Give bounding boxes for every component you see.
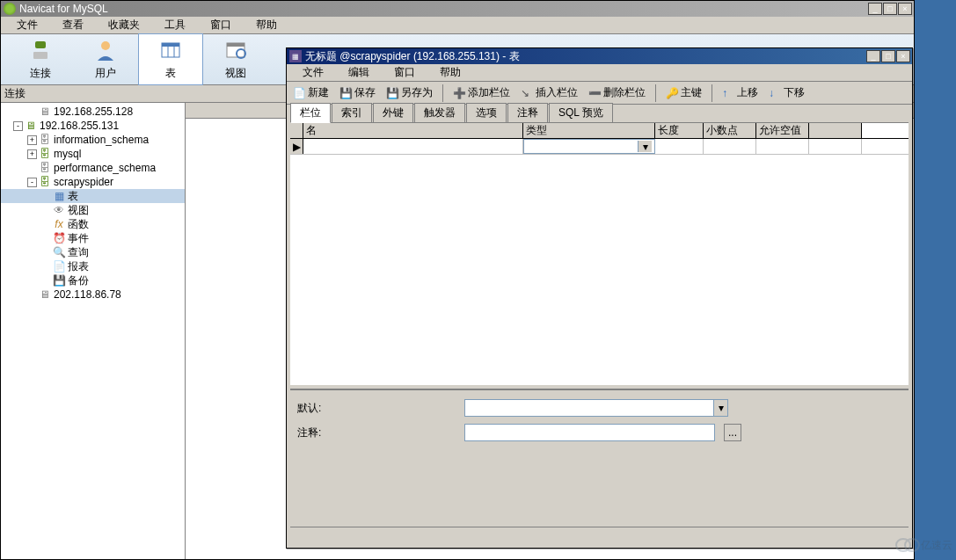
menu-窗口[interactable]: 窗口 [198, 16, 244, 34]
tree-node-mysql[interactable]: +🗄mysql [1, 147, 185, 161]
tree-node-报表[interactable]: 📄报表 [1, 259, 185, 273]
comment-ellipsis-button[interactable]: ... [724, 424, 741, 441]
down-icon: ↓ [769, 87, 781, 99]
main-menubar: 文件查看收藏夹工具窗口帮助 [1, 17, 914, 34]
saveas-icon: 💾 [386, 87, 398, 99]
backup-icon: 💾 [53, 274, 65, 287]
addcol-icon: ➕ [453, 87, 465, 99]
user-icon [93, 38, 118, 62]
tree-node-192.168.255.128[interactable]: 🖥192.168.255.128 [1, 105, 185, 119]
col-header-允许空值[interactable]: 允许空值 [756, 123, 809, 138]
menu-文件[interactable]: 文件 [4, 16, 50, 34]
designer-menu-文件[interactable]: 文件 [290, 63, 336, 82]
col-header-类型[interactable]: 类型 [523, 123, 655, 138]
server-on-icon: 🖥 [25, 120, 37, 132]
designer-menu-帮助[interactable]: 帮助 [427, 63, 473, 82]
tree-node-information_schema[interactable]: +🗄information_schema [1, 133, 185, 147]
expand-icon[interactable]: + [27, 149, 37, 159]
designer-close-button[interactable]: × [896, 50, 910, 62]
cell-5[interactable] [809, 139, 862, 154]
tree-node-performance_schema[interactable]: 🗄performance_schema [1, 161, 185, 175]
default-combo[interactable]: ▾ [464, 399, 728, 417]
tree-node-202.118.86.78[interactable]: 🖥202.118.86.78 [1, 287, 185, 302]
addcol-button[interactable]: ➕添加栏位 [449, 84, 514, 102]
connection-tree[interactable]: 🖥192.168.255.128-🖥192.168.255.131+🗄infor… [1, 103, 186, 559]
chevron-down-icon[interactable]: ▾ [713, 400, 727, 416]
table-icon: ▦ [53, 190, 65, 202]
view-icon [223, 38, 248, 62]
collapse-icon[interactable]: - [27, 178, 37, 187]
tab-栏位[interactable]: 栏位 [290, 103, 331, 123]
designer-menu-窗口[interactable]: 窗口 [382, 63, 427, 82]
menu-工具[interactable]: 工具 [152, 16, 198, 34]
designer-title-bar: ▦ 无标题 @scrapyspider (192.168.255.131) - … [287, 48, 912, 64]
server-off-icon: 🖥 [39, 105, 51, 118]
tab-索引[interactable]: 索引 [332, 103, 372, 122]
table-row[interactable]: ▶▾ [290, 139, 909, 155]
designer-maximize-button[interactable]: □ [881, 50, 895, 62]
cell-3[interactable] [704, 139, 756, 154]
expand-icon[interactable]: + [27, 135, 37, 145]
tab-SQL 预览[interactable]: SQL 预览 [549, 103, 613, 122]
tree-node-scrapyspider[interactable]: -🗄scrapyspider [1, 175, 185, 189]
tree-node-视图[interactable]: 👁视图 [1, 203, 185, 217]
svg-point-11 [905, 539, 919, 551]
view-button[interactable]: 视图 [203, 33, 268, 85]
designer-minimize-button[interactable]: _ [866, 50, 880, 62]
tree-node-备份[interactable]: 💾备份 [1, 273, 185, 287]
tree-node-表[interactable]: ▦表 [1, 189, 185, 203]
tree-node-函数[interactable]: fx函数 [1, 217, 185, 231]
tab-外键[interactable]: 外键 [373, 103, 413, 122]
close-button[interactable]: × [898, 3, 912, 15]
minimize-button[interactable]: _ [868, 3, 882, 15]
tab-触发器[interactable]: 触发器 [414, 103, 465, 122]
default-label: 默认: [297, 401, 456, 416]
cell-type-combo[interactable]: ▾ [523, 139, 655, 154]
user-button[interactable]: 用户 [73, 33, 138, 85]
inscol-icon: ↘ [521, 87, 533, 99]
cell-name[interactable] [303, 139, 523, 154]
table-button[interactable]: 表 [138, 33, 203, 85]
tab-注释[interactable]: 注释 [507, 103, 548, 122]
menu-查看[interactable]: 查看 [50, 16, 96, 34]
delcol-button[interactable]: ➖删除栏位 [584, 84, 650, 102]
col-header-extra[interactable] [809, 123, 862, 138]
maximize-button[interactable]: □ [883, 3, 897, 15]
save-icon: 💾 [339, 87, 352, 99]
cell-2[interactable] [655, 139, 704, 154]
connection-label: 连接 [4, 86, 26, 101]
designer-menu-编辑[interactable]: 编辑 [336, 63, 382, 82]
new-button[interactable]: 📄新建 [288, 84, 333, 102]
designer-toolbar: 📄新建💾保存💾另存为➕添加栏位↘插入栏位➖删除栏位🔑主键↑上移↓下移 [287, 82, 912, 105]
tree-node-查询[interactable]: 🔍查询 [1, 245, 185, 259]
columns-grid[interactable]: 名类型长度小数点允许空值 ▶▾ [290, 122, 909, 384]
chevron-down-icon[interactable]: ▾ [638, 141, 652, 152]
up-button[interactable]: ↑上移 [718, 84, 763, 102]
menu-帮助[interactable]: 帮助 [244, 16, 289, 34]
tree-node-事件[interactable]: ⏰事件 [1, 231, 185, 245]
current-row-icon: ▶ [290, 139, 303, 154]
col-header-名[interactable]: 名 [303, 123, 523, 138]
connection-button[interactable]: 连接 [8, 33, 73, 85]
tree-node-192.168.255.131[interactable]: -🖥192.168.255.131 [1, 119, 185, 133]
new-icon: 📄 [293, 87, 305, 99]
col-header-小数点[interactable]: 小数点 [704, 123, 756, 138]
designer-statusbar [290, 527, 909, 544]
cell-4[interactable] [756, 139, 809, 154]
report-icon: 📄 [53, 260, 65, 273]
app-logo-icon [4, 3, 16, 15]
pk-button[interactable]: 🔑主键 [661, 84, 706, 102]
db-green-icon: 🗄 [39, 176, 51, 188]
comment-field[interactable] [464, 424, 715, 441]
designer-icon: ▦ [289, 50, 302, 62]
save-button[interactable]: 💾保存 [335, 84, 380, 102]
tab-选项[interactable]: 选项 [466, 103, 507, 122]
menu-收藏夹[interactable]: 收藏夹 [96, 16, 152, 34]
event-icon: ⏰ [53, 232, 65, 244]
col-header-长度[interactable]: 长度 [655, 123, 704, 138]
collapse-icon[interactable]: - [13, 121, 23, 131]
main-title-bar: Navicat for MySQL _ □ × [1, 1, 914, 17]
down-button[interactable]: ↓下移 [764, 84, 809, 102]
saveas-button[interactable]: 💾另存为 [382, 84, 437, 102]
inscol-button[interactable]: ↘插入栏位 [516, 84, 582, 102]
